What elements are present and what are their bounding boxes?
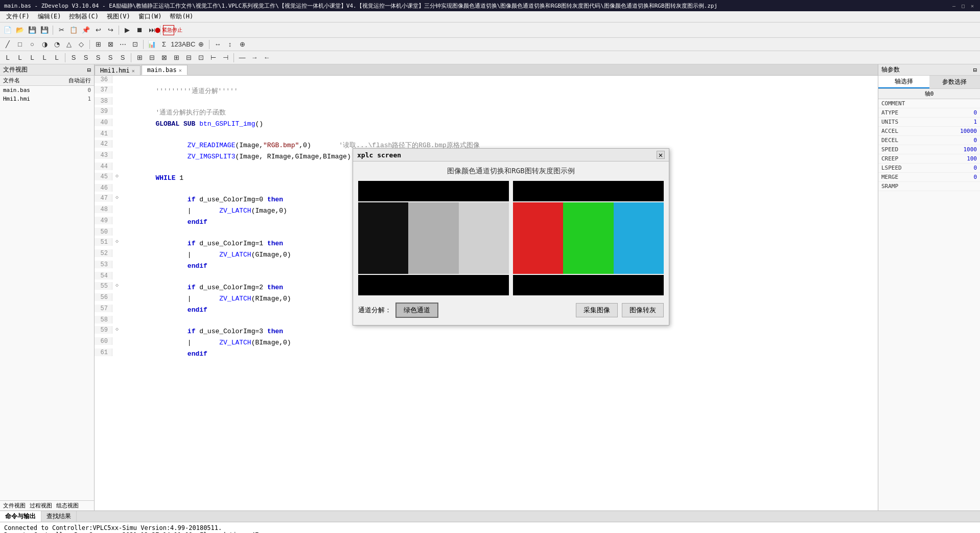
tb3-10[interactable]: S xyxy=(117,52,128,63)
tb3-6[interactable]: S xyxy=(68,52,79,63)
tb3-20[interactable]: → xyxy=(249,52,260,63)
tb3-1[interactable]: L xyxy=(2,52,13,63)
file-val-hmi: 1 xyxy=(76,96,91,102)
tb-open[interactable]: 📂 xyxy=(14,25,26,36)
tb2-10[interactable]: ⋯ xyxy=(117,39,128,50)
tb3-12[interactable]: ⊟ xyxy=(146,52,157,63)
xplc-title-text: xplc screen xyxy=(357,151,401,159)
tb3-11[interactable]: ⊞ xyxy=(134,52,145,63)
tb2-4[interactable]: ◑ xyxy=(39,39,50,50)
line-num-47: 47 xyxy=(95,194,112,202)
tb3-5[interactable]: L xyxy=(51,52,62,63)
menu-help[interactable]: 帮助(H) xyxy=(166,11,197,22)
bottom-tab-output[interactable]: 命令与输出 xyxy=(0,511,41,522)
menu-view[interactable]: 视图(V) xyxy=(103,11,134,22)
tb2-18[interactable]: ↕ xyxy=(224,39,236,50)
sep1 xyxy=(53,26,53,35)
tb3-21[interactable]: ← xyxy=(261,52,272,63)
menu-window[interactable]: 窗口(W) xyxy=(134,11,166,22)
tb2-16[interactable]: ⊕ xyxy=(195,39,206,50)
line-num-57: 57 xyxy=(95,305,112,312)
file-name-col: 文件名 xyxy=(3,77,20,84)
tab-mainbas[interactable]: main.bas ✕ xyxy=(142,65,188,75)
tb2-9[interactable]: ⊠ xyxy=(105,39,116,50)
tb3-17[interactable]: ⊢ xyxy=(207,52,219,63)
axis-param-btn[interactable]: 参数选择 xyxy=(929,76,981,88)
tb2-7[interactable]: ◇ xyxy=(76,39,87,50)
panel-tab-process[interactable]: 过程视图 xyxy=(30,502,52,509)
tb-redo[interactable]: ↪ xyxy=(105,25,116,36)
tb2-13[interactable]: Σ xyxy=(158,39,170,50)
tb3-16[interactable]: ⊡ xyxy=(195,52,206,63)
tb3-2[interactable]: L xyxy=(14,52,26,63)
img-bottom-black-left xyxy=(358,275,509,295)
tb2-1[interactable]: ╱ xyxy=(2,39,13,50)
green-channel-button[interactable]: 绿色通道 xyxy=(395,303,438,318)
tab-hmi-close[interactable]: ✕ xyxy=(132,68,135,74)
line-num-58: 58 xyxy=(95,316,112,323)
axis-select-btn[interactable]: 轴选择 xyxy=(878,76,929,88)
tb-undo[interactable]: ↩ xyxy=(92,25,104,36)
axis-panel-icon[interactable]: ⊟ xyxy=(973,66,977,74)
tb3-19[interactable]: — xyxy=(237,52,248,63)
tb3-8[interactable]: S xyxy=(92,52,104,63)
tb-stop[interactable]: ⏹ xyxy=(134,25,145,36)
panel-tab-state[interactable]: 组态视图 xyxy=(56,502,79,509)
file-list: main.bas 0 Hmi1.hmi 1 xyxy=(0,86,94,500)
param-name-merge: MERGE xyxy=(881,174,973,180)
menu-edit[interactable]: 编辑(E) xyxy=(34,11,65,22)
tb2-11[interactable]: ⊡ xyxy=(129,39,141,50)
tb3-13[interactable]: ⊠ xyxy=(158,52,170,63)
tb3-4[interactable]: L xyxy=(39,52,50,63)
tb2-3[interactable]: ○ xyxy=(27,39,38,50)
toolbar2: ╱ □ ○ ◑ ◔ △ ◇ ⊞ ⊠ ⋯ ⊡ 📊 Σ 123 ABC ⊕ ↔ ↕ … xyxy=(0,38,980,51)
tb2-14[interactable]: 123 xyxy=(171,39,182,50)
line-marker-45: ◇ xyxy=(112,173,122,179)
tb3-18[interactable]: ⊣ xyxy=(220,52,231,63)
tb2-8[interactable]: ⊞ xyxy=(92,39,104,50)
tb3-3[interactable]: L xyxy=(27,52,38,63)
tb-save2[interactable]: 💾 xyxy=(39,25,50,36)
code-line-59: 59 ◇ if d_use_ColorImg=3 then xyxy=(95,326,878,337)
close-button[interactable]: ✕ xyxy=(969,2,976,9)
tab-hmi[interactable]: Hmi1.hmi ✕ xyxy=(95,65,141,75)
file-panel-icon[interactable]: ⊟ xyxy=(87,66,91,74)
tb2-6[interactable]: △ xyxy=(63,39,75,50)
tb-run[interactable]: ▶ xyxy=(122,25,133,36)
line-num-43: 43 xyxy=(95,151,112,159)
line-num-61: 61 xyxy=(95,349,112,356)
tb-cut[interactable]: ✂ xyxy=(56,25,67,36)
capture-image-button[interactable]: 采集图像 xyxy=(576,303,618,317)
tb2-19[interactable]: ⊕ xyxy=(237,39,248,50)
tb2-15[interactable]: ABC xyxy=(183,39,194,50)
maximize-button[interactable]: □ xyxy=(960,2,967,9)
file-item-mainbas[interactable]: main.bas 0 xyxy=(0,86,94,95)
gray-image-button[interactable]: 图像转灰 xyxy=(622,303,664,317)
tb2-2[interactable]: □ xyxy=(14,39,26,50)
param-name-creep: CREEP xyxy=(881,155,967,162)
tb-copy[interactable]: 📋 xyxy=(68,25,79,36)
tb-new[interactable]: 📄 xyxy=(2,25,13,36)
tb3-15[interactable]: ⊟ xyxy=(183,52,194,63)
minimize-button[interactable]: — xyxy=(950,2,958,9)
panel-tab-fileview[interactable]: 文件视图 xyxy=(3,502,26,509)
tb3-7[interactable]: S xyxy=(80,52,91,63)
menu-file[interactable]: 文件(F) xyxy=(2,11,34,22)
tb2-17[interactable]: ↔ xyxy=(212,39,223,50)
tb3-9[interactable]: S xyxy=(105,52,116,63)
menu-controller[interactable]: 控制器(C) xyxy=(65,11,103,22)
tb-emergency-stop[interactable]: ⬤ 紧急停止 xyxy=(163,25,174,35)
line-content-39: '通道分解执行的子函数 xyxy=(122,107,878,119)
param-name-atype: ATYPE xyxy=(881,109,973,116)
xplc-close-button[interactable]: ✕ xyxy=(657,151,665,159)
tb3-14[interactable]: ⊞ xyxy=(171,52,182,63)
param-name-comment: COMMENT xyxy=(881,100,977,107)
bottom-tab-search[interactable]: 查找结果 xyxy=(41,511,77,522)
tb-paste[interactable]: 📌 xyxy=(80,25,91,36)
axis-label-row: 轴0 xyxy=(878,89,980,99)
tb-save[interactable]: 💾 xyxy=(27,25,38,36)
file-item-hmi[interactable]: Hmi1.hmi 1 xyxy=(0,95,94,103)
tb2-12[interactable]: 📊 xyxy=(146,39,157,50)
tb2-5[interactable]: ◔ xyxy=(51,39,62,50)
tab-mainbas-close[interactable]: ✕ xyxy=(179,67,182,73)
